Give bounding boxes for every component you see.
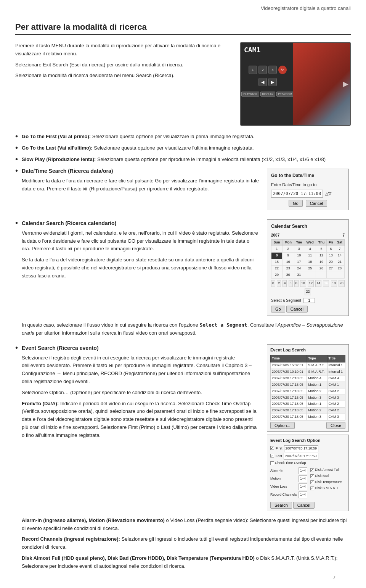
slow-play-text: Selezionare questa opzione per riprodurr…	[97, 156, 326, 162]
option-search-button[interactable]: Search	[270, 502, 292, 509]
event-box-container: Event Log Search Time Type Title	[267, 344, 351, 511]
event-close-button[interactable]: Close	[326, 422, 345, 429]
cal-day	[316, 272, 327, 278]
event-row[interactable]: 2007/07/20 10:10:01 S.M.A.R.T. Internal …	[271, 369, 345, 375]
cal-day: 2	[282, 246, 294, 253]
cal-th-tue: Tue	[294, 240, 304, 246]
option-to-value: 2007/07/20 17:11:59	[284, 453, 318, 460]
cal-th-fri: Fri	[327, 240, 335, 246]
event-row[interactable]: 2007/07/20 17:18:05 Motion 3 CAM 3	[271, 395, 345, 401]
option-record-row: Record Channels 1–4	[270, 491, 307, 498]
cal-day: 14	[335, 253, 345, 259]
event-option-button[interactable]: Option...	[270, 422, 295, 429]
event-cell-title: CAM 2	[327, 388, 345, 395]
event-col-title: Title	[327, 355, 345, 362]
event-cell-type: Motion 3	[307, 414, 327, 420]
option-disk-temp: Disk Temperature	[310, 480, 342, 485]
cal-time: 0	[271, 280, 275, 287]
event-cell-time: 2007/07/20 17:18:05	[271, 401, 307, 408]
cal-day: 17	[294, 259, 304, 266]
bullet-dot-2: •	[15, 144, 18, 151]
cal-day-highlight[interactable]: 8	[271, 253, 283, 259]
disk-smart-label: Disk S.M.A.R.T.	[315, 486, 339, 491]
event-col-type: Type	[307, 355, 327, 362]
cal-day	[327, 272, 335, 278]
option-from-value: 2007/07/20 17:10:59	[284, 445, 319, 452]
bullet-content-3: Slow Play (Riproduzione lenta): Selezion…	[22, 156, 351, 163]
option-box-title: Event Log Search Option	[270, 437, 345, 444]
option-alarm-value: 1–4	[299, 467, 307, 474]
event-text: Event Search (Ricerca evento) Selezionar…	[22, 344, 259, 443]
intro-p3: Selezionare la modalità di ricerca desid…	[15, 72, 233, 80]
to-checkbox[interactable]	[270, 454, 274, 458]
event-record-bold: Record Channels (Ingressi registrazione)…	[22, 536, 120, 542]
cal-cancel-button[interactable]: Cancel	[286, 306, 308, 313]
bullet-calendar: • Calendar Search (Ricerca calendario) V…	[15, 219, 351, 340]
page-number: 7	[333, 575, 336, 580]
from-checkbox[interactable]	[270, 446, 274, 450]
bullet-content-4: Date/Time Search (Ricerca data/ora) Modi…	[22, 167, 351, 216]
datetime-box-value: 2007/07/20 17:11:08	[271, 190, 323, 198]
cal-day: 21	[335, 259, 345, 266]
option-disk-bad: Disk Bad	[310, 474, 342, 479]
option-to-row: Last 2007/07/20 17:11:59	[270, 453, 345, 460]
event-col-time: Time	[271, 355, 307, 362]
cal-time: 6	[289, 280, 293, 287]
datetime-box-label: Enter Date/Time to go to	[271, 182, 316, 188]
event-row[interactable]: 2007/07/20 17:18:05 Motion 2 CAM 2	[271, 408, 345, 414]
datetime-go-button[interactable]: Go	[289, 200, 303, 207]
datetime-body: Modificare la data e l'ora da ricercare …	[22, 177, 259, 193]
cal-day: 19	[316, 259, 327, 266]
event-log-box: Event Log Search Time Type Title	[267, 344, 349, 432]
event-cell-time: 2007/07/20 17:18:05	[271, 382, 307, 388]
cal-segment-input[interactable]	[303, 298, 315, 303]
event-cell-title: CAM 3	[327, 414, 345, 420]
option-buttons: Search Cancel	[270, 502, 345, 509]
option-cancel-button[interactable]: Cancel	[293, 502, 315, 509]
cal-day: 12	[316, 253, 327, 259]
event-row[interactable]: 2007/07/20 17:18:05 Motion 1 CAM 1	[271, 382, 345, 388]
cal-time: 12	[308, 280, 314, 287]
cal-buttons: Go Cancel	[271, 306, 345, 313]
event-cell-title: Internal 1	[327, 369, 345, 375]
event-cell-type: Motion 2	[307, 388, 327, 395]
bullet-dot-3: •	[15, 155, 18, 163]
event-row[interactable]: 2007/07/20 17:18:05 Motion 1 CAM 2	[271, 401, 345, 408]
disk-almost-full-check[interactable]	[310, 468, 314, 472]
bullet-goto-first: • Go To the First (Vai al primo): Selezi…	[15, 133, 351, 140]
disk-bad-check[interactable]	[310, 474, 314, 478]
cal-day: 28	[335, 265, 345, 272]
check-time-overlap-box[interactable]	[270, 461, 274, 465]
cal-day: 22	[271, 265, 283, 272]
datetime-cancel-button[interactable]: Cancel	[306, 200, 327, 207]
display-btn: DISPLAY	[260, 92, 275, 97]
event-cell-time: 2007/07/20 17:18:05	[271, 395, 307, 401]
disk-almost-full-label: Disk Almost Full	[315, 467, 339, 473]
option-disk-almost-full: Disk Almost Full	[310, 467, 342, 473]
cal-go-button[interactable]: Go	[271, 306, 285, 313]
event-from-to-bold: From/To (Da/A):	[22, 401, 59, 406]
cam-label: CAM1	[244, 46, 260, 54]
option-alarm-label: Alarm-In	[270, 468, 297, 474]
event-row[interactable]: 2007/07/20 17:18:05 Motion 3 CAM 3	[271, 414, 345, 420]
event-heading: Event Search (Ricerca evento)	[22, 344, 259, 353]
event-cell-type: S.M.A.R.T.	[307, 369, 327, 375]
event-cell-title: Internal 1	[327, 362, 345, 369]
event-row[interactable]: 2007/07/05 15:32:51 S.M.A.R.T. Internal …	[271, 362, 345, 369]
cal-day: 6	[327, 246, 335, 253]
option-motion-row: Motion 1–4	[270, 475, 307, 482]
disk-smart-check[interactable]	[310, 487, 314, 490]
disk-temp-check[interactable]	[310, 480, 314, 484]
bullet-section: • Go To the First (Vai al primo): Selezi…	[15, 133, 351, 216]
playback-btn: PLAYBACK	[241, 92, 259, 97]
event-row[interactable]: 2007/07/20 17:18:05 Motion 2 CAM 2	[271, 388, 345, 395]
cal-time: 4	[283, 280, 287, 287]
event-row[interactable]: 2007/07/20 17:18:05 Motion 4 CAM 4	[271, 375, 345, 382]
goto-last-text: Selezionare questa opzione per visualizz…	[94, 145, 254, 151]
cal-time: 18	[331, 280, 337, 287]
event-cell-title: CAM 2	[327, 401, 345, 408]
cal-day: 30	[282, 272, 294, 278]
event-cell-type: Motion 4	[307, 375, 327, 382]
bullet-slow-play: • Slow Play (Riproduzione lenta): Selezi…	[15, 156, 351, 163]
intro-p2: Selezionare Exit Search (Esci da ricerca…	[15, 61, 233, 69]
